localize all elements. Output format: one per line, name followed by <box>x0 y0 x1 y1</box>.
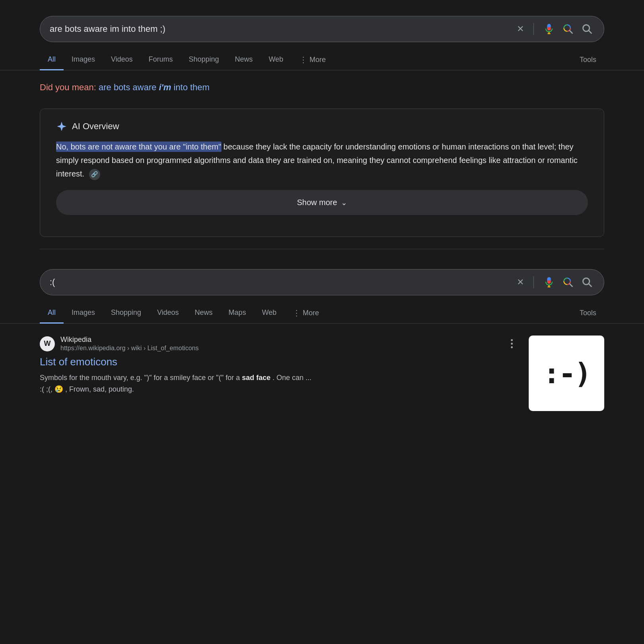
did-you-mean-suffix: into them <box>171 82 210 92</box>
mic-icon-1 <box>543 23 555 35</box>
mic-button-1[interactable] <box>542 22 556 36</box>
ai-star-icon <box>56 121 67 132</box>
result-source-info: Wikipedia https://en.wikipedia.org › wik… <box>60 336 199 352</box>
chevron-down-icon: ⌄ <box>341 198 347 207</box>
snippet-suffix: . One can ... <box>272 374 311 382</box>
tab-forums-1[interactable]: Forums <box>141 50 181 70</box>
three-dots-icon-result <box>511 339 513 348</box>
section-divider <box>40 249 604 249</box>
clear-button-1[interactable]: ✕ <box>515 22 526 36</box>
tab-images-2[interactable]: Images <box>64 303 103 324</box>
lens-button-1[interactable] <box>561 22 575 36</box>
nav-tabs-2: All Images Shopping Videos News Maps Web… <box>0 295 644 324</box>
result-favicon: W <box>40 336 55 351</box>
result-source: W Wikipedia https://en.wikipedia.org › w… <box>40 336 517 352</box>
search-bar-2: ✕ <box>40 269 604 295</box>
more-menu-2[interactable]: ⋮ More <box>285 303 327 323</box>
results-section: W Wikipedia https://en.wikipedia.org › w… <box>0 324 644 423</box>
search-bar-1: ✕ <box>40 16 604 42</box>
result-site-name: Wikipedia <box>60 336 199 344</box>
search-input-1[interactable] <box>50 24 510 34</box>
favicon-letter: W <box>44 339 51 348</box>
tab-news-2[interactable]: News <box>187 303 221 324</box>
mic-button-2[interactable] <box>542 275 556 289</box>
tools-tab-2[interactable]: Tools <box>572 303 604 323</box>
tab-maps-2[interactable]: Maps <box>221 303 254 324</box>
more-menu-1[interactable]: ⋮ More <box>291 49 334 70</box>
clear-button-2[interactable]: ✕ <box>515 275 526 289</box>
result-snippet: Symbols for the mouth vary, e.g. ")" for… <box>40 372 517 395</box>
did-you-mean-plain: are bots aware <box>99 82 159 92</box>
divider-2 <box>533 276 534 288</box>
ai-overview-title: AI Overview <box>72 121 119 132</box>
did-you-mean: Did you mean: are bots aware i'm into th… <box>0 70 644 97</box>
tab-web-2[interactable]: Web <box>254 303 285 324</box>
svg-line-6 <box>570 31 572 33</box>
tab-shopping-2[interactable]: Shopping <box>103 303 149 324</box>
svg-line-8 <box>589 31 591 33</box>
ai-overview-section: AI Overview No, bots are not aware that … <box>40 109 604 237</box>
search-input-2[interactable] <box>50 277 510 287</box>
did-you-mean-italic: i'm <box>159 82 171 92</box>
clear-icon-1: ✕ <box>517 24 524 34</box>
result-thumbnail: :-) <box>529 336 604 411</box>
lens-button-2[interactable] <box>561 275 575 289</box>
search-button-2[interactable] <box>580 275 594 289</box>
tab-videos-2[interactable]: Videos <box>149 303 187 324</box>
tools-tab-1[interactable]: Tools <box>572 50 604 70</box>
three-dots-icon-2: ⋮ <box>293 308 301 318</box>
did-you-mean-link[interactable]: are bots aware i'm into them <box>99 82 209 92</box>
show-more-label: Show more <box>297 198 337 207</box>
more-label-1: More <box>310 56 326 64</box>
svg-line-15 <box>570 284 572 286</box>
mic-icon-2 <box>543 277 555 288</box>
link-chip[interactable]: 🔗 <box>89 169 100 180</box>
search-section-1: ✕ <box>0 0 644 42</box>
ai-overview-header: AI Overview <box>56 121 588 132</box>
lens-icon-1 <box>563 23 574 35</box>
tab-all-1[interactable]: All <box>40 50 64 70</box>
search-section-2: ✕ <box>0 253 644 295</box>
search-button-1[interactable] <box>580 22 594 36</box>
snippet-line2: :( ;(, 😢 , Frown, sad, pouting. <box>40 385 134 393</box>
result-title[interactable]: List of emoticons <box>40 356 517 368</box>
lens-icon-2 <box>563 277 574 288</box>
did-you-mean-label: Did you mean: <box>40 82 96 92</box>
tab-videos-1[interactable]: Videos <box>103 50 141 70</box>
snippet-bold: sad face <box>242 374 270 382</box>
clear-icon-2: ✕ <box>517 277 524 287</box>
tab-images-1[interactable]: Images <box>64 50 103 70</box>
nav-tabs-1: All Images Videos Forums Shopping News W… <box>0 42 644 70</box>
result-url: https://en.wikipedia.org › wiki › List_o… <box>60 345 199 352</box>
three-dots-icon-1: ⋮ <box>299 55 307 64</box>
result-menu-button[interactable] <box>507 338 517 350</box>
search-icon-2 <box>582 277 593 288</box>
page-container: ✕ <box>0 0 644 423</box>
divider-1 <box>533 23 534 35</box>
ai-overview-body: No, bots are not aware that you are "int… <box>56 140 588 180</box>
svg-line-17 <box>589 284 591 286</box>
show-more-button[interactable]: Show more ⌄ <box>56 190 588 215</box>
tab-all-2[interactable]: All <box>40 303 64 324</box>
emoticon-image: :-) <box>543 357 590 390</box>
search-icon-1 <box>582 23 593 35</box>
more-label-2: More <box>303 309 319 317</box>
tab-shopping-1[interactable]: Shopping <box>181 50 227 70</box>
ai-highlighted-text: No, bots are not aware that you are "int… <box>56 142 221 152</box>
snippet-text: Symbols for the mouth vary, e.g. ")" for… <box>40 374 240 382</box>
result-main: W Wikipedia https://en.wikipedia.org › w… <box>40 336 517 395</box>
tab-web-1[interactable]: Web <box>261 50 291 70</box>
tab-news-1[interactable]: News <box>227 50 261 70</box>
